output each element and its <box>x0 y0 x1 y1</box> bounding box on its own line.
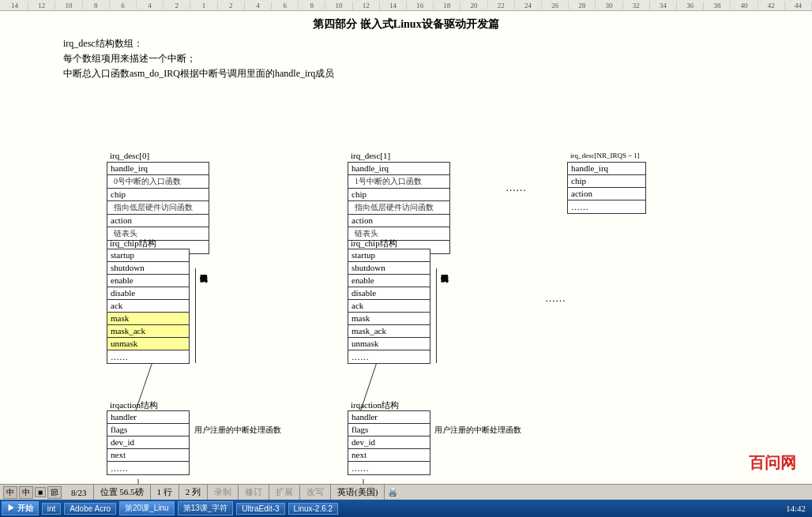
irq-chip-0-annotation: 低层硬件访问函数 <box>195 268 209 363</box>
status-record: 录制 <box>208 485 239 500</box>
irq-desc-n-handle: handle_irq <box>568 163 645 175</box>
irq-chip-1-unmask: unmask <box>348 338 430 350</box>
irqaction-1-flags: flags <box>348 424 430 436</box>
irq-chip-1-enable: enable <box>348 275 430 287</box>
irqaction-0-ann-text: 用户注册的中断处理函数 <box>194 425 281 436</box>
status-left-icons: 中 中 ■ 節 <box>0 486 65 499</box>
irq-desc-n-chip: chip <box>568 175 645 188</box>
irq-desc-0-chip-ann: 指向低层硬件访问函数 <box>107 201 209 215</box>
taskbar-item-5[interactable]: UltraEdit-3 <box>236 503 284 515</box>
taskbar: ▶ 开始 int Adobe Acro 第20课_Linu 第13课_字符 Ul… <box>0 500 812 517</box>
irq-chip-1-dots: …… <box>348 350 430 363</box>
irq-desc-0-chip: chip <box>107 189 209 201</box>
intro-text: irq_desc结构数组： 每个数组项用来描述一个中断； 中断总入口函数asm_… <box>0 35 812 84</box>
irq-desc-1-handle: handle_irq <box>348 163 449 175</box>
desc-ellipsis: …… <box>506 182 526 194</box>
irqaction-0-box: irqaction结构 handler flags dev_id next …… <box>107 410 190 475</box>
irq-desc-1-handle-ann: 1号中断的入口函数 <box>348 175 449 189</box>
status-language: 英语(美国) <box>331 485 385 500</box>
irqaction-0-dots: …… <box>107 462 189 474</box>
taskbar-item-2[interactable]: Adobe Acro <box>64 503 116 515</box>
status-extend: 扩展 <box>269 485 300 500</box>
irqaction-1-dots: …… <box>348 462 430 474</box>
page-title: 第四部分 嵌入式Linux设备驱动开发篇 <box>0 11 812 35</box>
irq-chip-1-mask: mask <box>348 313 430 325</box>
taskbar-item-6[interactable]: Linux-2.6.2 <box>288 503 338 515</box>
irq-chip-0-disable: disable <box>107 287 189 300</box>
status-overwrite: 改写 <box>300 485 331 500</box>
irq-chip-1-maskack: mask_ack <box>348 325 430 338</box>
irq-chip-1-box: irq_chip结构 startup shutdown enable disab… <box>348 249 430 364</box>
irq-chip-1-shutdown: shutdown <box>348 262 430 275</box>
irq-chip-1-annotation: 低层硬件访问函数 <box>436 268 449 363</box>
irq-chip-0-startup: startup <box>107 249 189 262</box>
ruler: 14 12 10 8 6 4 2 1 2 4 6 8 10 12 14 16 1… <box>0 0 812 11</box>
status-icon-3: ■ <box>35 487 46 497</box>
irq-desc-n-action: action <box>568 188 645 200</box>
taskbar-item-3[interactable]: 第20课_Linu <box>119 501 175 515</box>
status-row: 1 行 <box>151 485 179 500</box>
status-bar: 中 中 ■ 節 8/23 位置 56.5磅 1 行 2 列 录制 修订 扩展 改… <box>0 484 812 500</box>
irq-chip-0-shutdown: shutdown <box>107 262 189 275</box>
status-icon-4: 節 <box>47 486 62 499</box>
irqaction-1-devid: dev_id <box>348 436 430 449</box>
chip-ellipsis: …… <box>545 292 566 305</box>
irq-chip-0-unmask: unmask <box>107 338 189 350</box>
irq-chip-1-startup: startup <box>348 249 430 262</box>
status-icon-1: 中 <box>3 486 17 499</box>
irqaction-1-ann-text: 用户注册的中断处理函数 <box>434 425 521 436</box>
irq-desc-n-box: irq_desc[NR_IRQS－1] handle_irq chip acti… <box>567 162 646 214</box>
irq-chip-0-ack: ack <box>107 300 189 313</box>
irq-chip-0-enable: enable <box>107 275 189 287</box>
irqaction-0-handler: handler <box>107 411 189 424</box>
status-revise: 修订 <box>239 485 269 500</box>
status-end-icon: 🖨️ <box>385 488 400 496</box>
status-col: 2 列 <box>179 485 208 500</box>
irq-desc-1-action: action <box>348 215 449 227</box>
irqaction-1-box: irqaction结构 handler flags dev_id next …… <box>348 410 430 475</box>
status-page: 8/23 <box>65 485 94 500</box>
watermark: 百问网 <box>749 452 796 474</box>
irq-desc-1-chip-ann: 指向低层硬件访问函数 <box>348 201 449 215</box>
irq-desc-1-chip: chip <box>348 189 449 201</box>
irq-desc-0-handle-ann: 0号中断的入口函数 <box>107 175 209 189</box>
irq-desc-0-action: action <box>107 215 209 227</box>
irq-chip-0-maskack: mask_ack <box>107 325 189 338</box>
irqaction-1-handler: handler <box>348 411 430 424</box>
irq-chip-1-disable: disable <box>348 287 430 300</box>
irqaction-1-next: next <box>348 449 430 462</box>
taskbar-start[interactable]: ▶ 开始 <box>2 501 39 515</box>
status-icon-2: 中 <box>19 486 33 499</box>
irq-chip-0-box: irq_chip结构 startup shutdown enable disab… <box>107 249 190 364</box>
diagram: irq_desc[0] handle_irq 0号中断的入口函数 chip 指向… <box>0 87 812 493</box>
irq-chip-0-mask: mask <box>107 313 189 325</box>
irqaction-0-flags: flags <box>107 424 189 436</box>
taskbar-clock: 14:42 <box>780 504 812 513</box>
irqaction-0-next: next <box>107 449 189 462</box>
irq-chip-0-dots: …… <box>107 350 189 363</box>
taskbar-item-1[interactable]: int <box>42 503 62 515</box>
status-position: 位置 56.5磅 <box>94 485 151 500</box>
irq-desc-n-dots: …… <box>568 200 645 213</box>
irqaction-0-devid: dev_id <box>107 436 189 449</box>
irq-chip-1-ack: ack <box>348 300 430 313</box>
taskbar-item-4[interactable]: 第13课_字符 <box>178 501 234 515</box>
main-content: 第四部分 嵌入式Linux设备驱动开发篇 irq_desc结构数组： 每个数组项… <box>0 11 812 493</box>
irq-desc-0-handle: handle_irq <box>107 163 209 175</box>
